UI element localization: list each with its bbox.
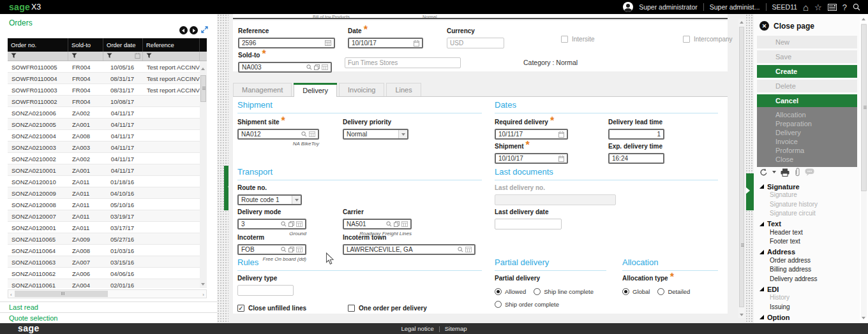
scroll-up-icon[interactable] [201, 68, 205, 70]
copy-icon[interactable] [314, 64, 320, 70]
calendar-icon[interactable] [558, 156, 564, 162]
tab-delivery[interactable]: Delivery [294, 83, 337, 97]
allocation-type-option[interactable]: Global [622, 288, 650, 295]
sitemap-link[interactable]: Sitemap [445, 325, 467, 332]
table-row[interactable]: SOWFR0110002FR00410/08/17 [8, 96, 200, 107]
exp-delivery-time-input[interactable]: 16:24 [608, 153, 664, 164]
copy-icon[interactable] [288, 221, 294, 227]
grid-select-icon[interactable] [309, 131, 315, 137]
favorites-star-icon[interactable]: ☆ [814, 3, 822, 11]
table-row[interactable]: SONZA0210001ZA00104/11/17 [8, 164, 200, 176]
scroll-left-icon[interactable]: ‹ [10, 292, 12, 298]
tree-link[interactable]: Header text [760, 229, 855, 238]
lookup-icon[interactable] [281, 247, 287, 252]
partial-delivery-option[interactable]: Ship line complete [534, 288, 594, 295]
tree-section-signature[interactable]: Signature [760, 182, 855, 191]
partial-delivery-option[interactable]: Ship order complete [495, 301, 559, 308]
table-row[interactable]: SONZA0110064ZA00801/03/16 [8, 245, 200, 256]
tree-link[interactable]: Billing address [760, 266, 855, 275]
chevron-down-icon[interactable] [398, 130, 407, 138]
scroll-down-icon[interactable] [862, 317, 865, 319]
table-row[interactable]: SONZA0120008ZA01105/10/16 [8, 199, 200, 210]
home-icon[interactable]: ⌂ [803, 3, 809, 12]
tree-section-text[interactable]: Text [760, 219, 855, 229]
lookup-icon[interactable] [386, 221, 392, 227]
radio-icon[interactable] [495, 301, 502, 308]
orders-vertical-scrollbar[interactable] [200, 61, 207, 288]
table-row[interactable]: SONZA0210004ZA00804/11/17 [8, 130, 200, 142]
quote-selection-link[interactable]: Quote selection [0, 312, 217, 323]
table-row[interactable]: SONZA0120009ZA01104/10/16 [8, 187, 200, 199]
delivery-lead-time-input[interactable]: 1 [608, 129, 664, 140]
checkbox-icon[interactable] [561, 36, 568, 43]
orders-horizontal-scrollbar[interactable]: ‹ › [8, 289, 207, 298]
scroll-down-icon[interactable] [740, 314, 744, 316]
lookup-icon[interactable] [458, 247, 463, 252]
radio-icon[interactable] [657, 288, 664, 295]
lookup-icon[interactable] [281, 221, 287, 227]
scroll-up-icon[interactable] [862, 18, 865, 20]
close-unfilled-lines-checkbox[interactable]: ✓ Close unfilled lines [237, 305, 306, 312]
scroll-up-icon[interactable] [740, 21, 744, 24]
print-icon[interactable] [781, 168, 789, 177]
table-row[interactable]: SONZA0210002ZA00204/11/17 [8, 153, 200, 164]
scroll-down-icon[interactable] [201, 283, 205, 286]
create-button[interactable]: Create [757, 65, 857, 78]
table-row[interactable]: SONZA0110063ZA00703/15/16 [8, 256, 200, 268]
allocation-type-option[interactable]: Detailed [657, 288, 690, 295]
table-row[interactable]: SONZA0110061ZA00402/01/16 [8, 279, 200, 288]
expand-icon[interactable] [201, 26, 208, 33]
copy-icon[interactable] [394, 221, 400, 227]
tree-section-option[interactable]: Option [760, 312, 855, 322]
calendar-icon[interactable] [414, 40, 419, 47]
delivery-priority-select[interactable]: Normal [343, 129, 408, 140]
grid-select-icon[interactable] [401, 221, 408, 227]
legal-notice-link[interactable]: Legal notice [401, 325, 433, 332]
calendar-icon[interactable] [135, 53, 140, 59]
table-row[interactable]: SOWFR0110004FR00408/31/17Test report ACC… [8, 73, 200, 84]
grid-select-icon[interactable] [322, 64, 328, 70]
help-icon[interactable]: ? [842, 3, 847, 11]
partial-delivery-option[interactable]: Allowed [495, 288, 526, 295]
tree-link[interactable]: Order address [760, 257, 855, 266]
scrollbar-thumb[interactable] [861, 24, 867, 191]
user-name[interactable]: Super administrator [639, 3, 698, 11]
prev-record-icon[interactable] [179, 26, 188, 34]
endpoint-badge[interactable]: SEED11 [772, 3, 798, 11]
tree-link[interactable]: Issuing [760, 303, 855, 313]
sold-to-input[interactable]: NA003 [238, 62, 332, 73]
table-row[interactable]: SONZA0210005ZA00104/11/17 [8, 119, 200, 130]
grid-select-icon[interactable] [465, 247, 472, 252]
date-input[interactable]: 10/10/17 [348, 38, 423, 48]
tab-management[interactable]: Management [233, 83, 292, 96]
page-vertical-scrollbar[interactable] [860, 14, 868, 323]
table-row[interactable]: SONZA0120010ZA01101/18/16 [8, 176, 200, 187]
intercompany-checkbox[interactable]: Intercompany [683, 36, 733, 43]
filter-cell[interactable] [103, 52, 143, 61]
table-row[interactable]: SONZA0110062ZA00604/06/16 [8, 268, 200, 279]
last-delivery-date-input[interactable] [495, 219, 562, 229]
close-page-icon[interactable]: ✕ [760, 21, 769, 31]
scrollbar-thumb[interactable] [15, 291, 108, 297]
filter-cell[interactable] [8, 52, 68, 61]
cancel-button[interactable]: Cancel [757, 94, 857, 107]
column-header[interactable]: Order date [103, 38, 143, 52]
table-row[interactable]: SONZA0120007ZA01103/19/17 [8, 210, 200, 222]
checkbox-icon[interactable] [348, 305, 355, 312]
tab-invoicing[interactable]: Invoicing [339, 83, 384, 96]
tree-link[interactable]: Footer text [760, 238, 855, 247]
delivery-mode-input[interactable]: 3 [237, 219, 306, 229]
next-record-icon[interactable] [190, 26, 198, 34]
grid-select-icon[interactable] [296, 247, 303, 252]
tab-lines[interactable]: Lines [386, 83, 421, 96]
checkbox-icon[interactable] [683, 36, 690, 43]
table-row[interactable]: SONZA0110065ZA00905/27/16 [8, 233, 200, 245]
orders-panel-title[interactable]: Orders [9, 18, 33, 27]
panels-icon[interactable] [828, 4, 837, 11]
shipment-site-input[interactable]: NA012 [237, 129, 319, 140]
tree-link[interactable]: Delivery address [760, 275, 855, 285]
avatar[interactable] [623, 2, 633, 12]
main-vertical-scrollbar[interactable] [738, 19, 745, 318]
copy-icon[interactable] [288, 247, 294, 252]
column-header[interactable]: Sold-to [68, 38, 103, 52]
